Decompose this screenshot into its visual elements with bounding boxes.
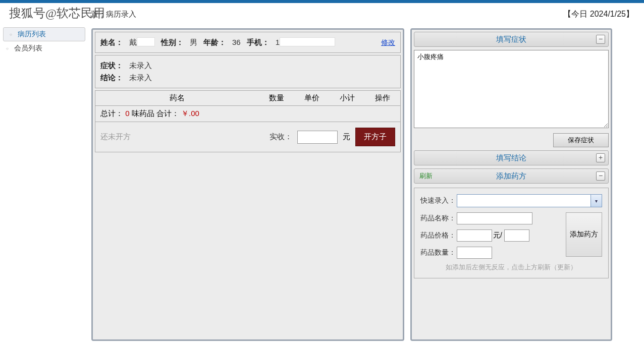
received-label: 实收： bbox=[270, 132, 292, 142]
rx-hint: 如添加后左侧无反应，点击上方刷新（更新） bbox=[420, 263, 602, 272]
med-price-input[interactable] bbox=[457, 229, 492, 242]
age-label: 年龄： bbox=[203, 36, 226, 48]
open-rx-button[interactable]: 开方子 bbox=[355, 128, 395, 146]
rx-summary: 总计： 0 味药品 合计： ￥.00 bbox=[95, 105, 401, 122]
gender-label: 性别： bbox=[161, 36, 184, 48]
symptom-label: 症状： bbox=[100, 60, 123, 72]
conclusion-value: 未录入 bbox=[129, 72, 152, 84]
price-unit: 元/ bbox=[493, 231, 502, 240]
med-unit-input[interactable] bbox=[504, 229, 529, 242]
rx-form-header: 刷新 添加药方 − bbox=[414, 168, 609, 184]
symptom-value: 未录入 bbox=[129, 60, 152, 72]
sidebar: 病历列表 会员列表 bbox=[0, 25, 88, 346]
sidebar-item-records[interactable]: 病历列表 bbox=[3, 27, 85, 41]
th-name: 药名 bbox=[95, 91, 259, 105]
expand-icon[interactable]: + bbox=[596, 153, 605, 162]
rx-empty-text: 还未开方 bbox=[100, 132, 264, 142]
conclusion-section-header: 填写结论 + bbox=[414, 150, 609, 165]
conclusion-label: 结论： bbox=[100, 72, 123, 84]
th-op: 操作 bbox=[365, 91, 400, 105]
sidebar-item-members[interactable]: 会员列表 bbox=[0, 41, 88, 55]
symptom-textarea[interactable] bbox=[414, 50, 609, 128]
th-qty: 数量 bbox=[259, 91, 294, 105]
gender-value: 男 bbox=[190, 36, 197, 48]
age-value: 36 bbox=[232, 36, 241, 48]
watermark-text: 搜狐号@软芯民用 bbox=[9, 5, 105, 21]
quick-entry-label: 快速录入： bbox=[420, 196, 457, 205]
med-name-input[interactable] bbox=[457, 212, 532, 224]
refresh-link[interactable]: 刷新 bbox=[419, 171, 433, 181]
modify-link[interactable]: 修改 bbox=[381, 36, 395, 48]
rx-table-header: 药名 数量 单价 小计 操作 bbox=[95, 90, 401, 105]
med-qty-input[interactable] bbox=[457, 247, 492, 259]
rx-form: 快速录入： ▾ 药品名称： 药品价格： 元/ bbox=[414, 188, 609, 278]
name-label: 姓名： bbox=[100, 36, 123, 48]
th-price: 单价 bbox=[294, 91, 330, 105]
th-sub: 小计 bbox=[330, 91, 365, 105]
name-value: 戴 bbox=[129, 36, 155, 48]
collapse-icon[interactable]: − bbox=[596, 35, 605, 44]
phone-value: 1 bbox=[276, 36, 335, 48]
med-price-label: 药品价格： bbox=[420, 231, 457, 240]
received-input[interactable] bbox=[297, 131, 338, 144]
quick-entry-dropdown[interactable]: ▾ bbox=[457, 194, 602, 207]
med-qty-label: 药品数量： bbox=[420, 248, 457, 257]
collapse-icon[interactable]: − bbox=[596, 171, 605, 181]
symptom-section-header: 填写症状 − bbox=[414, 32, 609, 47]
today-date: 【今日 2024/1/25】 bbox=[563, 9, 634, 20]
save-symptom-button[interactable]: 保存症状 bbox=[553, 133, 609, 147]
phone-label: 手机： bbox=[247, 36, 270, 48]
add-rx-button[interactable]: 添加药方 bbox=[566, 212, 602, 257]
chevron-down-icon[interactable]: ▾ bbox=[591, 195, 602, 207]
received-unit: 元 bbox=[343, 132, 350, 142]
med-name-label: 药品名称： bbox=[420, 214, 457, 223]
record-panel: 姓名： 戴 性别： 男 年龄： 36 手机： 1 修改 症状： 未录入 结论： bbox=[91, 28, 404, 341]
